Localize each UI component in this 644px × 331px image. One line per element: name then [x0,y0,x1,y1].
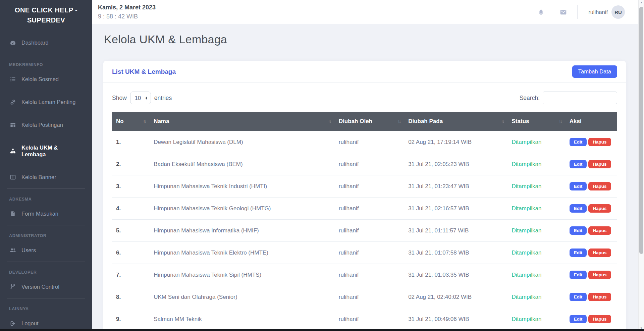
status-badge: Ditampilkan [512,183,542,189]
section-label-developer: DEVELOPER [0,262,92,275]
sidebar-item-kelola-postingan[interactable]: Kelola Postingan [0,113,92,136]
row-updated-at: 31 Jul 21, 01:11:57 WIB [404,220,507,242]
sidebar-item-version-control[interactable]: Version Control [0,275,92,298]
sidebar-item-users[interactable]: Users [0,239,92,262]
columns-icon [9,174,16,180]
app-window: ONE CLICK HELP - SUPERDEV Dashboard MEDK… [0,0,644,331]
ukm-table: No↑↓ Nama↑↓ Diubah Oleh↑↓ Diubah Pada↑↓ … [112,112,617,331]
avatar[interactable]: RU [611,5,625,19]
sidebar-item-kelola-banner[interactable]: Kelola Banner [0,166,92,188]
sidebar-item-label: Version Control [21,283,59,290]
row-updated-by: rulihanif [335,153,404,175]
section-label-adkesma: ADKESMA [0,189,92,202]
edit-button[interactable]: Edit [570,271,587,279]
delete-button[interactable]: Hapus [588,204,611,213]
edit-button[interactable]: Edit [570,226,587,235]
row-number: 7. [112,264,150,286]
sidebar-item-form-masukan[interactable]: Form Masukan [0,202,92,225]
row-number: 4. [112,198,150,220]
show-label: Show [112,95,127,102]
sort-icon: ↑↓ [559,119,561,124]
row-number: 2. [112,153,150,175]
edit-button[interactable]: Edit [570,315,587,323]
select-arrows-icon: ▲▼ [145,96,148,100]
sidebar-item-kelola-sosmed[interactable]: Kelola Sosmed [0,68,92,91]
edit-button[interactable]: Edit [570,138,587,146]
search-input[interactable] [543,92,617,104]
scroll-up-icon[interactable]: ▲ [639,1,644,4]
sidebar-item-logout[interactable]: Logout [0,312,92,331]
sidebar-item-kelola-ukm-lembaga[interactable]: Kelola UKM & Lembaga [0,136,92,166]
row-number: 5. [112,220,150,242]
current-date: Kamis, 2 Maret 2023 [98,4,156,11]
scrollbar[interactable]: ▲ ▼ [638,0,644,331]
status-badge: Ditampilkan [512,205,542,212]
table-row: 9. Salman MM Teknik rulihanif 31 Jul 21,… [112,308,617,330]
col-no[interactable]: No↑↓ [112,112,150,131]
topbar: Kamis, 2 Maret 2023 9 : 58 : 42 WIB ruli… [92,0,644,24]
delete-button[interactable]: Hapus [588,182,611,190]
logout-icon [9,320,16,327]
row-updated-at: 31 Jul 21, 02:05:23 WIB [404,153,507,175]
scrollbar-thumb[interactable] [639,7,643,254]
status-badge: Ditampilkan [512,227,542,234]
entries-select[interactable]: 10 ▲▼ [130,92,151,104]
section-label-lainnya: LAINNYA [0,298,92,312]
sidebar: ONE CLICK HELP - SUPERDEV Dashboard MEDK… [0,0,92,331]
col-diubah-pada[interactable]: Diubah Pada↑↓ [404,112,507,131]
row-name: UKM Seni dan Olahraga (Senior) [150,286,335,308]
row-updated-at: 31 Jul 21, 01:07:58 WIB [404,242,507,264]
row-updated-at: 31 Jul 21, 01:23:47 WIB [404,175,507,198]
main-area: Kamis, 2 Maret 2023 9 : 58 : 42 WIB ruli… [92,0,644,331]
delete-button[interactable]: Hapus [588,315,611,323]
edit-button[interactable]: Edit [570,160,587,168]
delete-button[interactable]: Hapus [588,226,611,235]
sidebar-item-label: Kelola Laman Penting [21,99,75,105]
add-data-button[interactable]: Tambah Data [572,65,617,78]
table-controls: Show 10 ▲▼ entries Search: [103,83,626,112]
delete-button[interactable]: Hapus [588,249,611,257]
status-badge: Ditampilkan [512,250,542,256]
col-aksi: Aksi [566,112,617,131]
page-title: Kelola UKM & Lembaga [104,33,626,46]
sidebar-item-dashboard[interactable]: Dashboard [0,31,92,54]
delete-button[interactable]: Hapus [588,160,611,168]
row-updated-at: 02 Aug 21, 02:40:02 WIB [404,286,507,308]
col-nama[interactable]: Nama↑↓ [150,112,335,131]
search-label: Search: [520,95,540,102]
row-name: Dewan Legislatif Mahasiswa (DLM) [150,131,335,153]
edit-button[interactable]: Edit [570,249,587,257]
sidebar-item-label: Kelola Banner [21,174,56,180]
edit-button[interactable]: Edit [570,204,587,213]
status-badge: Ditampilkan [512,161,542,167]
list-icon [9,76,16,82]
username: rulihanif [588,9,608,15]
edit-button[interactable]: Edit [570,293,587,301]
sidebar-item-kelola-laman-penting[interactable]: Kelola Laman Penting [0,91,92,113]
table-row: 8. UKM Seni dan Olahraga (Senior) ruliha… [112,286,617,308]
envelope-icon[interactable] [559,8,567,16]
delete-button[interactable]: Hapus [588,138,611,146]
entries-select-value: 10 [135,95,141,101]
card-header: List UKM & Lembaga Tambah Data [103,61,626,83]
table-wrap: No↑↓ Nama↑↓ Diubah Oleh↑↓ Diubah Pada↑↓ … [103,112,626,331]
col-status[interactable]: Status↑↓ [508,112,566,131]
bell-icon[interactable] [537,8,545,16]
sidebar-item-label: Logout [21,320,38,327]
edit-button[interactable]: Edit [570,182,587,190]
section-label-medkreminfo: MEDKREMINFO [0,54,92,68]
delete-button[interactable]: Hapus [588,293,611,301]
col-diubah-oleh[interactable]: Diubah Oleh↑↓ [335,112,404,131]
row-updated-by: rulihanif [335,242,404,264]
row-updated-by: rulihanif [335,220,404,242]
sort-icon: ↑↓ [397,119,400,124]
row-number: 1. [112,131,150,153]
sidebar-item-label: Dashboard [21,39,49,46]
sort-icon: ↑↓ [143,119,146,124]
table-header-row: No↑↓ Nama↑↓ Diubah Oleh↑↓ Diubah Pada↑↓ … [112,112,617,131]
users-icon [9,247,16,254]
row-name: Himpunan Mahasiswa Teknik Geologi (HMTG) [150,198,335,220]
row-updated-at: 31 Jul 21, 00:49:06 WIB [404,308,507,330]
delete-button[interactable]: Hapus [588,271,611,279]
row-updated-at: 02 Aug 21, 17:19:14 WIB [404,131,507,153]
